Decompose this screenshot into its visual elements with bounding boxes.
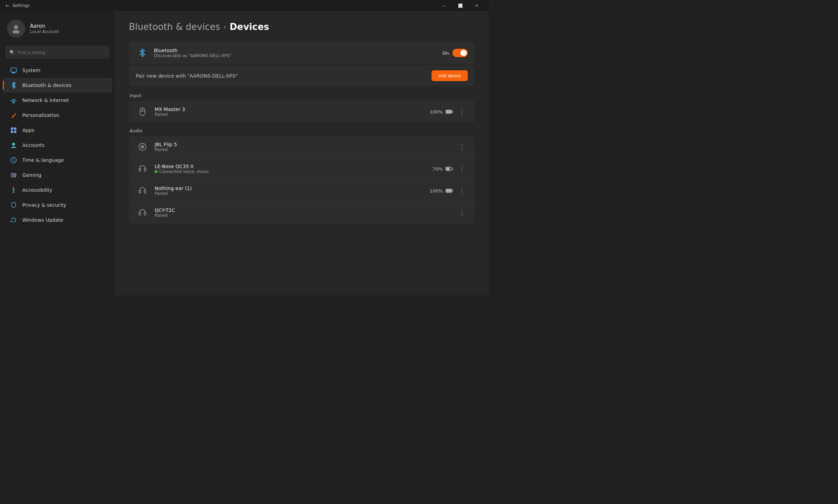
input-devices-group: MX Master 3 Paired 100% ⋮ <box>129 101 475 123</box>
svg-point-5 <box>13 102 14 103</box>
bluetooth-card: Bluetooth Discoverable as "AARONS-DELL-X… <box>129 42 475 64</box>
app-container: Aaron Local Account 🔍 System <box>0 11 489 295</box>
accessibility-label: Accessibility <box>22 187 52 193</box>
device-more-button[interactable]: ⋮ <box>456 107 468 117</box>
headphones-icon <box>136 162 149 175</box>
sidebar-item-gaming[interactable]: Gaming <box>3 168 112 182</box>
add-device-row: Pair new device with "AARONS-DELL-XPS" A… <box>129 65 475 86</box>
bluetooth-title: Bluetooth <box>154 48 231 53</box>
device-name: MX Master 3 <box>155 107 185 112</box>
svg-rect-2 <box>11 68 16 72</box>
pair-text: Pair new device with "AARONS-DELL-XPS" <box>136 73 238 79</box>
speaker-icon <box>136 140 149 153</box>
bluetooth-row: Bluetooth Discoverable as "AARONS-DELL-X… <box>129 42 475 64</box>
bluetooth-device-icon <box>136 47 148 59</box>
device-more-button[interactable]: ⋮ <box>456 207 468 218</box>
device-info: Nothing ear (1) Paired <box>155 186 192 196</box>
search-input[interactable] <box>18 50 106 55</box>
back-arrow[interactable]: ← <box>6 3 10 8</box>
titlebar-controls: — ⬜ ✕ <box>436 0 484 11</box>
update-icon <box>10 216 17 224</box>
svg-rect-4 <box>12 73 15 73</box>
add-device-button[interactable]: Add device <box>432 70 468 81</box>
sidebar-item-privacy[interactable]: Privacy & security <box>3 198 112 212</box>
personalization-label: Personalization <box>22 112 59 118</box>
sidebar-item-accessibility[interactable]: Accessibility <box>3 183 112 197</box>
maximize-button[interactable]: ⬜ <box>452 0 468 11</box>
titlebar-left: ← Settings <box>6 3 30 8</box>
apps-label: Apps <box>22 127 34 133</box>
device-right: 100% ⋮ <box>430 107 468 117</box>
update-label: Windows Update <box>22 217 63 223</box>
svg-rect-29 <box>446 189 451 192</box>
device-right: ⋮ <box>456 142 468 152</box>
device-more-button[interactable]: ⋮ <box>456 186 468 196</box>
svg-rect-27 <box>144 190 146 193</box>
device-name: JBL Flip 5 <box>155 142 177 147</box>
svg-rect-25 <box>446 167 450 170</box>
sidebar-item-network[interactable]: Network & internet <box>3 93 112 108</box>
system-icon <box>10 66 17 74</box>
audio-section-label: Audio <box>130 128 475 133</box>
sidebar-nav: System Bluetooth & devices <box>0 63 115 228</box>
bluetooth-subtitle: Discoverable as "AARONS-DELL-XPS" <box>154 53 231 58</box>
svg-point-13 <box>15 175 15 176</box>
battery-percent: 70% <box>433 166 443 172</box>
user-type: Local Account <box>30 29 59 34</box>
minimize-button[interactable]: — <box>436 0 452 11</box>
headphones-icon <box>136 184 149 197</box>
device-row: Nothing ear (1) Paired 100% ⋮ <box>129 180 475 202</box>
sidebar-item-system[interactable]: System <box>3 63 112 78</box>
bluetooth-toggle-area: On <box>443 49 468 57</box>
device-right: ⋮ <box>456 207 468 218</box>
device-right: 100% ⋮ <box>430 186 468 196</box>
device-info: QCY-T2C Paired <box>155 207 175 218</box>
device-name: LE-Bose QC35 II <box>155 164 209 169</box>
sidebar-item-bluetooth[interactable]: Bluetooth & devices <box>3 78 112 93</box>
time-label: Time & language <box>22 157 64 163</box>
sidebar-item-apps[interactable]: Apps <box>3 123 112 137</box>
gaming-icon <box>10 171 17 179</box>
app-title: Settings <box>13 3 30 8</box>
time-icon <box>10 156 17 164</box>
device-row: MX Master 3 Paired 100% ⋮ <box>129 101 475 123</box>
device-status: Connected voice, music <box>155 169 209 174</box>
svg-point-1 <box>13 30 20 33</box>
breadcrumb: Bluetooth & devices › Devices <box>129 22 475 32</box>
gaming-label: Gaming <box>22 172 41 178</box>
bluetooth-toggle[interactable] <box>452 49 468 57</box>
breadcrumb-parent[interactable]: Bluetooth & devices <box>129 22 220 32</box>
battery-icon <box>445 109 453 115</box>
svg-rect-30 <box>139 212 141 215</box>
device-info: JBL Flip 5 Paired <box>155 142 177 152</box>
search-box[interactable]: 🔍 <box>6 46 109 58</box>
breadcrumb-separator: › <box>224 23 226 31</box>
accounts-icon <box>10 141 17 149</box>
device-more-button[interactable]: ⋮ <box>456 164 468 174</box>
sidebar: Aaron Local Account 🔍 System <box>0 11 115 295</box>
battery-icon <box>445 166 453 172</box>
sidebar-item-personalization[interactable]: Personalization <box>3 108 112 123</box>
apps-icon <box>10 126 17 134</box>
device-row: JBL Flip 5 Paired ⋮ <box>129 136 475 158</box>
connected-dot <box>155 170 157 173</box>
svg-point-14 <box>13 187 14 189</box>
svg-rect-8 <box>11 131 13 133</box>
user-name: Aaron <box>30 23 59 29</box>
battery-icon <box>445 188 453 194</box>
svg-point-0 <box>14 25 18 29</box>
device-more-button[interactable]: ⋮ <box>456 142 468 152</box>
sidebar-item-accounts[interactable]: Accounts <box>3 138 112 152</box>
audio-devices-group: JBL Flip 5 Paired ⋮ LE-Bose QC35 <box>129 136 475 223</box>
svg-point-21 <box>142 147 143 148</box>
sidebar-item-time[interactable]: Time & language <box>3 153 112 167</box>
privacy-label: Privacy & security <box>22 202 66 208</box>
input-section-label: Input <box>130 93 475 98</box>
sidebar-item-update[interactable]: Windows Update <box>3 213 112 227</box>
close-button[interactable]: ✕ <box>468 0 484 11</box>
device-status: Paired <box>155 147 177 152</box>
system-label: System <box>22 68 40 73</box>
bluetooth-text: Bluetooth Discoverable as "AARONS-DELL-X… <box>154 48 231 58</box>
user-section[interactable]: Aaron Local Account <box>0 15 115 45</box>
device-status: Paired <box>155 112 185 117</box>
